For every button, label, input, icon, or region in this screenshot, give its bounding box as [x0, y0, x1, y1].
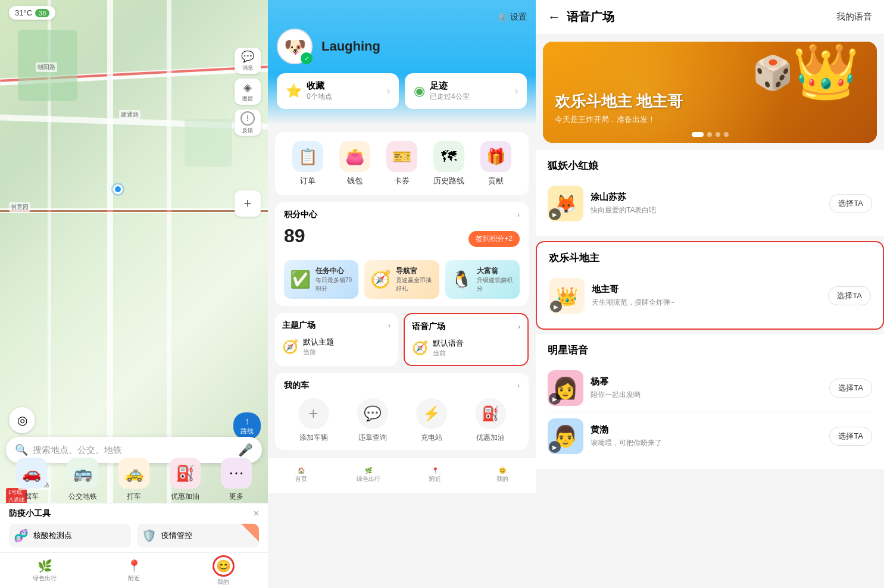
profile-nav-nearby[interactable]: 📍 附近: [402, 458, 469, 493]
my-voice-button[interactable]: 我的语音: [836, 11, 872, 23]
profile-nav-green[interactable]: 🌿 绿色出行: [335, 458, 402, 493]
theme-card[interactable]: 主题广场 › 🧭 默认主题 当前: [275, 313, 398, 366]
car-action-violation[interactable]: 💬 违章查询: [357, 398, 388, 443]
mic-icon[interactable]: 🎤: [238, 443, 253, 457]
banner-character: 👑: [792, 45, 859, 98]
add-vehicle-icon: +: [298, 398, 329, 429]
ae-item-nucleic[interactable]: 🧬 核酸检测点: [9, 524, 131, 548]
profile-nav-mine[interactable]: 😊 我的: [469, 458, 536, 493]
map-nav-nearby[interactable]: 📍 附近: [89, 553, 179, 588]
car-action-gas[interactable]: ⛽ 优惠加油: [475, 398, 506, 443]
location-button[interactable]: ◎: [9, 407, 35, 433]
voice-plaza-link[interactable]: ›: [518, 323, 520, 331]
tushan-play-btn[interactable]: ▶: [549, 208, 561, 220]
banner-dot-4[interactable]: [724, 132, 729, 137]
green-icon: 🌿: [365, 467, 372, 474]
zoom-plus-button[interactable]: +: [235, 190, 261, 217]
message-label: 消息: [242, 64, 253, 72]
theme-item-icon: 🧭: [282, 339, 298, 355]
category-more[interactable]: ⋯ 更多: [221, 458, 252, 502]
map-nav-green-travel[interactable]: 🌿 绿色出行: [0, 553, 89, 588]
map-categories: 🚗 驾车 🚌 公交地铁 🚕 打车 ⛽ 优惠加油 ⋯ 更多: [0, 458, 268, 502]
checkin-label: 签到积分+2: [476, 234, 513, 243]
banner-text-area: 欢乐斗地主 地主哥 今天是王炸开局，准备出发！: [555, 91, 683, 125]
charge-label: 充电站: [421, 433, 442, 443]
yangmi-select-button[interactable]: 选择TA: [829, 379, 872, 398]
voice-plaza-title: 语音广场: [412, 321, 445, 332]
points-link[interactable]: ›: [517, 211, 520, 219]
car-action-charge[interactable]: ⚡ 充电站: [416, 398, 447, 443]
voice-item-name: 默认语音: [433, 338, 464, 349]
profile-header: ⚙️ 设置 🐶 ✓ Laughing ⭐ 收藏 0个地点: [268, 0, 536, 125]
history-label: 历史路线: [433, 176, 464, 186]
more-icon: ⋯: [221, 458, 252, 489]
banner-dot-1[interactable]: [692, 132, 704, 137]
yangmi-play-btn[interactable]: ▶: [549, 393, 561, 405]
location-icon: ◎: [17, 413, 27, 427]
celebrity-huangbo[interactable]: 👨 ▶ 黄渤 诶呦喂，可把你盼来了 选择TA: [548, 412, 872, 460]
profile-panel: ⚙️ 设置 🐶 ✓ Laughing ⭐ 收藏 0个地点: [268, 0, 536, 588]
category-transit[interactable]: 🚌 公交地铁: [67, 458, 98, 502]
mine-label: 我的: [217, 578, 229, 586]
mine-icon: 😊: [216, 559, 231, 573]
menu-history[interactable]: 🗺 历史路线: [433, 141, 464, 186]
my-car-link[interactable]: ›: [517, 381, 520, 390]
category-gas[interactable]: ⛽ 优惠加油: [170, 458, 201, 502]
road-label-chaoyanglu: 朝阳路: [36, 62, 57, 72]
banner-dot-3[interactable]: [716, 132, 720, 137]
tushan-select-button[interactable]: 选择TA: [829, 194, 872, 213]
dizhu-select-button[interactable]: 选择TA: [828, 286, 871, 305]
ae-nucleic-label: 核酸检测点: [33, 530, 72, 541]
mission-icon: ✅: [290, 270, 311, 289]
category-taxi[interactable]: 🚕 打车: [118, 458, 149, 502]
foxgirl-tushan[interactable]: 🦊 ▶ 涂山苏苏 快向最爱的TA表白吧 选择TA: [548, 180, 872, 227]
map-tool-feedback[interactable]: ! 反馈: [235, 110, 261, 136]
weather-aqi: 38: [35, 9, 49, 17]
ae-title: 防疫小工具: [9, 508, 51, 519]
huangbo-desc: 诶呦喂，可把你盼来了: [591, 438, 822, 448]
landlord-dizhu[interactable]: 👑 ▶ 地主哥 天生潮流范，摸牌全炸弹~ 选择TA: [549, 272, 871, 320]
banner-dice: 🎲: [752, 54, 794, 92]
tushan-name: 涂山苏苏: [591, 192, 822, 203]
map-tool-layers[interactable]: ◈ 图层: [235, 79, 261, 105]
category-drive[interactable]: 🚗 驾车: [16, 458, 47, 502]
settings-button[interactable]: ⚙️ 设置: [277, 12, 527, 23]
dizhu-play-btn[interactable]: ▶: [550, 301, 562, 312]
car-action-add[interactable]: + 添加车辆: [298, 398, 329, 443]
feedback-label: 反馈: [242, 127, 253, 135]
ae-close-button[interactable]: ×: [254, 508, 259, 519]
gas-action-label: 优惠加油: [476, 433, 505, 443]
map-nav-mine[interactable]: 😊 我的: [179, 553, 268, 588]
theme-link[interactable]: ›: [388, 321, 391, 330]
charge-icon: ⚡: [416, 398, 447, 429]
voice-card[interactable]: 语音广场 › 🧭 默认语音 当前: [404, 313, 529, 366]
route-button[interactable]: ↑ 路线: [233, 412, 261, 439]
huangbo-select-button[interactable]: 选择TA: [829, 427, 872, 446]
favorites-card[interactable]: ⭐ 收藏 0个地点 ›: [277, 73, 399, 109]
back-button[interactable]: ←: [548, 10, 561, 25]
map-tool-message[interactable]: 💬 消息: [235, 48, 261, 74]
ae-item-control[interactable]: 🛡️ 疫情管控: [137, 524, 259, 548]
avatar[interactable]: 🐶 ✓: [277, 29, 313, 64]
my-car-section: 我的车 › + 添加车辆 💬 违章查询 ⚡ 充电站 ⛽ 优惠加油: [275, 373, 529, 450]
favorites-count: 0个地点: [307, 92, 332, 102]
points-title: 积分中心: [284, 209, 317, 220]
task-monopoly[interactable]: 🐧 大富翁 升级建筑赚积分: [445, 260, 520, 299]
menu-contribute[interactable]: 🎁 贡献: [480, 141, 511, 186]
huangbo-play-btn[interactable]: ▶: [549, 441, 561, 453]
footprint-card[interactable]: ◉ 足迹 已走过4公里 ›: [405, 73, 527, 109]
task-mission-center[interactable]: ✅ 任务中心 每日最多领70积分: [284, 260, 358, 299]
task-navigator[interactable]: 🧭 导航官 竟速赢金币抽好礼: [364, 260, 439, 299]
profile-nav-home[interactable]: 🏠 首页: [268, 458, 335, 493]
menu-wallet[interactable]: 👛 钱包: [339, 141, 370, 186]
search-icon: 🔍: [15, 443, 28, 456]
celebrity-yangmi[interactable]: 👩 ▶ 杨幂 陪你一起出发哟 选择TA: [548, 364, 872, 412]
checkin-button[interactable]: 签到积分+2: [468, 231, 520, 247]
navigator-icon: 🧭: [370, 270, 391, 289]
voice-panel: ← 语音广场 我的语音 👑 🎲 欢乐斗地主 地主哥 今天是王炸开局，准备出发！: [536, 0, 884, 588]
banner-dot-2[interactable]: [707, 132, 712, 137]
route-label: 路线: [240, 427, 254, 436]
weather-badge[interactable]: 31°C 38: [9, 6, 55, 20]
menu-coupons[interactable]: 🎫 卡券: [386, 141, 417, 186]
menu-orders[interactable]: 📋 订单: [292, 141, 323, 186]
